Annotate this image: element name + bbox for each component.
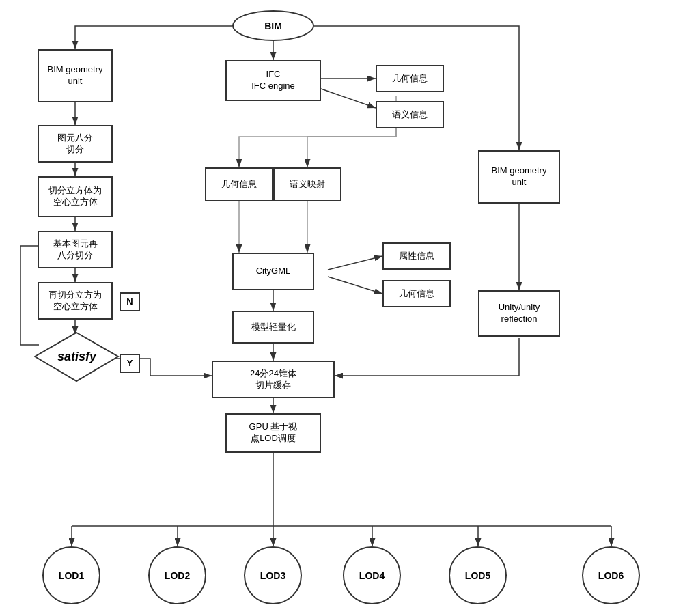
lod1-node: LOD1 — [42, 546, 100, 604]
resplit-cube-node: 再切分立方为 空心立方体 — [38, 282, 113, 320]
semantic-info-right-node: 语义信息 — [376, 101, 444, 128]
model-light-node: 模型轻量化 — [232, 311, 314, 344]
cube-hollow-node: 切分立方体为 空心立方体 — [38, 176, 113, 217]
lod5-node: LOD5 — [449, 546, 507, 604]
n-label: N — [120, 292, 140, 311]
bim-geometry-right-node: BIM geometry unit — [478, 150, 560, 204]
geo-info-citygml-node: 几何信息 — [382, 280, 451, 307]
svg-line-7 — [328, 277, 382, 294]
citygml-node: CityGML — [232, 253, 314, 290]
lod6-node: LOD6 — [582, 546, 640, 604]
ifc-engine-node: IFC IFC engine — [225, 60, 321, 101]
unity-reflection-node: Unity/unity reflection — [478, 290, 560, 337]
lod3-node: LOD3 — [244, 546, 302, 604]
attr-info-node: 属性信息 — [382, 242, 451, 270]
geo-info-right-node: 几何信息 — [376, 65, 444, 92]
bim-geometry-left-node: BIM geometry unit — [38, 49, 113, 102]
gpu-lod-node: GPU 基于视 点LOD调度 — [225, 413, 321, 453]
y-label: Y — [120, 354, 140, 373]
bim-top-node: BIM — [232, 10, 314, 41]
semantic-map-node: 语义映射 — [273, 167, 342, 201]
lod4-node: LOD4 — [343, 546, 401, 604]
octree-split-node: 图元八分 切分 — [38, 125, 113, 163]
flowchart-diagram: BIM IFC IFC engine 几何信息 语义信息 BIM geometr… — [0, 0, 683, 616]
svg-line-6 — [328, 256, 382, 270]
cone-cache-node: 24分24锥体 切片缓存 — [212, 361, 335, 398]
geo-info-mid-node: 几何信息 — [205, 167, 273, 201]
svg-line-3 — [321, 89, 376, 108]
base-octree-node: 基本图元再 八分切分 — [38, 231, 113, 268]
satisfy-diamond: satisfy — [34, 331, 120, 382]
lod2-node: LOD2 — [148, 546, 206, 604]
